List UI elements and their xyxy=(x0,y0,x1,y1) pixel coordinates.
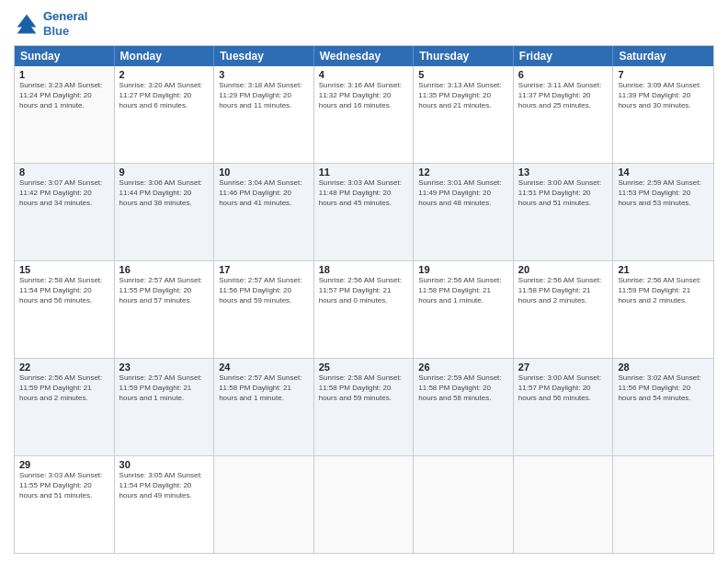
day-info: Sunrise: 2:57 AM Sunset: 11:55 PM Daylig… xyxy=(119,276,210,305)
day-number: 23 xyxy=(119,362,210,373)
calendar-cell: 7Sunrise: 3:09 AM Sunset: 11:39 PM Dayli… xyxy=(613,66,713,163)
calendar-cell: 30Sunrise: 3:05 AM Sunset: 11:54 PM Dayl… xyxy=(115,456,215,553)
calendar-cell: 10Sunrise: 3:04 AM Sunset: 11:46 PM Dayl… xyxy=(214,164,314,260)
day-info: Sunrise: 2:57 AM Sunset: 11:58 PM Daylig… xyxy=(219,373,309,403)
day-info: Sunrise: 3:18 AM Sunset: 11:29 PM Daylig… xyxy=(219,81,309,110)
calendar-cell: 19Sunrise: 2:56 AM Sunset: 11:58 PM Dayl… xyxy=(414,261,514,358)
day-number: 12 xyxy=(418,167,508,178)
calendar-cell: 6Sunrise: 3:11 AM Sunset: 11:37 PM Dayli… xyxy=(514,66,614,163)
calendar-body: 1Sunrise: 3:23 AM Sunset: 11:24 PM Dayli… xyxy=(15,66,713,553)
calendar-page: General Blue SundayMondayTuesdayWednesda… xyxy=(0,0,728,563)
day-info: Sunrise: 3:04 AM Sunset: 11:46 PM Daylig… xyxy=(219,178,309,208)
day-number: 16 xyxy=(119,264,210,275)
calendar-cell xyxy=(414,456,514,553)
svg-marker-1 xyxy=(18,16,35,32)
calendar-cell xyxy=(514,456,614,553)
day-number: 11 xyxy=(319,167,409,178)
day-info: Sunrise: 2:59 AM Sunset: 11:58 PM Daylig… xyxy=(418,373,508,403)
day-number: 19 xyxy=(418,264,508,275)
header-day-wednesday: Wednesday xyxy=(314,46,415,66)
calendar-cell: 29Sunrise: 3:03 AM Sunset: 11:55 PM Dayl… xyxy=(15,456,115,553)
calendar-cell: 24Sunrise: 2:57 AM Sunset: 11:58 PM Dayl… xyxy=(214,359,314,455)
calendar-cell xyxy=(314,456,415,553)
calendar-cell: 27Sunrise: 3:00 AM Sunset: 11:57 PM Dayl… xyxy=(514,359,614,455)
calendar-week-3: 22Sunrise: 2:56 AM Sunset: 11:59 PM Dayl… xyxy=(15,359,713,456)
calendar-week-2: 15Sunrise: 2:58 AM Sunset: 11:54 PM Dayl… xyxy=(15,261,713,359)
day-info: Sunrise: 2:57 AM Sunset: 11:56 PM Daylig… xyxy=(219,276,309,305)
header-day-thursday: Thursday xyxy=(414,46,514,66)
day-info: Sunrise: 3:06 AM Sunset: 11:44 PM Daylig… xyxy=(119,178,210,208)
day-info: Sunrise: 3:03 AM Sunset: 11:48 PM Daylig… xyxy=(319,178,409,208)
day-number: 28 xyxy=(618,362,709,373)
day-info: Sunrise: 3:11 AM Sunset: 11:37 PM Daylig… xyxy=(518,81,609,110)
day-info: Sunrise: 3:23 AM Sunset: 11:24 PM Daylig… xyxy=(19,81,109,110)
calendar-cell: 8Sunrise: 3:07 AM Sunset: 11:42 PM Dayli… xyxy=(15,164,115,260)
header-day-saturday: Saturday xyxy=(613,46,713,66)
day-number: 4 xyxy=(319,69,409,80)
header: General Blue xyxy=(14,9,714,38)
day-number: 27 xyxy=(518,362,609,373)
day-number: 9 xyxy=(119,167,210,178)
calendar-cell: 2Sunrise: 3:20 AM Sunset: 11:27 PM Dayli… xyxy=(115,66,215,163)
day-number: 26 xyxy=(418,362,508,373)
logo-text: General Blue xyxy=(43,9,87,38)
day-info: Sunrise: 3:01 AM Sunset: 11:49 PM Daylig… xyxy=(418,178,508,208)
calendar-cell: 22Sunrise: 2:56 AM Sunset: 11:59 PM Dayl… xyxy=(15,359,115,455)
day-info: Sunrise: 3:16 AM Sunset: 11:32 PM Daylig… xyxy=(319,81,409,110)
day-number: 2 xyxy=(119,69,210,80)
day-info: Sunrise: 2:59 AM Sunset: 11:53 PM Daylig… xyxy=(618,178,709,208)
day-info: Sunrise: 3:20 AM Sunset: 11:27 PM Daylig… xyxy=(119,81,210,110)
logo: General Blue xyxy=(14,9,87,38)
calendar-week-0: 1Sunrise: 3:23 AM Sunset: 11:24 PM Dayli… xyxy=(15,66,713,164)
calendar-cell: 16Sunrise: 2:57 AM Sunset: 11:55 PM Dayl… xyxy=(115,261,215,358)
day-info: Sunrise: 2:56 AM Sunset: 11:57 PM Daylig… xyxy=(319,276,409,305)
day-number: 5 xyxy=(418,69,508,80)
header-day-tuesday: Tuesday xyxy=(214,46,314,66)
calendar-cell: 17Sunrise: 2:57 AM Sunset: 11:56 PM Dayl… xyxy=(214,261,314,358)
day-number: 13 xyxy=(518,167,609,178)
calendar-cell: 9Sunrise: 3:06 AM Sunset: 11:44 PM Dayli… xyxy=(115,164,215,260)
calendar-cell xyxy=(613,456,713,553)
day-info: Sunrise: 3:13 AM Sunset: 11:35 PM Daylig… xyxy=(418,81,508,110)
calendar-cell: 20Sunrise: 2:56 AM Sunset: 11:58 PM Dayl… xyxy=(514,261,614,358)
day-info: Sunrise: 3:02 AM Sunset: 11:56 PM Daylig… xyxy=(618,373,709,403)
day-number: 3 xyxy=(219,69,309,80)
logo-icon xyxy=(14,11,40,37)
day-number: 1 xyxy=(19,69,109,80)
calendar-cell: 4Sunrise: 3:16 AM Sunset: 11:32 PM Dayli… xyxy=(314,66,415,163)
calendar-cell: 15Sunrise: 2:58 AM Sunset: 11:54 PM Dayl… xyxy=(15,261,115,358)
calendar-cell: 23Sunrise: 2:57 AM Sunset: 11:59 PM Dayl… xyxy=(115,359,215,455)
calendar-cell: 14Sunrise: 2:59 AM Sunset: 11:53 PM Dayl… xyxy=(613,164,713,260)
calendar-cell: 1Sunrise: 3:23 AM Sunset: 11:24 PM Dayli… xyxy=(15,66,115,163)
day-number: 22 xyxy=(19,362,109,373)
day-info: Sunrise: 2:56 AM Sunset: 11:59 PM Daylig… xyxy=(19,373,109,403)
calendar-week-4: 29Sunrise: 3:03 AM Sunset: 11:55 PM Dayl… xyxy=(15,456,713,553)
day-info: Sunrise: 2:58 AM Sunset: 11:58 PM Daylig… xyxy=(319,373,409,403)
header-day-sunday: Sunday xyxy=(15,46,115,66)
day-info: Sunrise: 3:00 AM Sunset: 11:57 PM Daylig… xyxy=(518,373,609,403)
calendar-cell: 11Sunrise: 3:03 AM Sunset: 11:48 PM Dayl… xyxy=(314,164,415,260)
day-info: Sunrise: 2:56 AM Sunset: 11:58 PM Daylig… xyxy=(518,276,609,305)
day-number: 17 xyxy=(219,264,309,275)
calendar-cell: 26Sunrise: 2:59 AM Sunset: 11:58 PM Dayl… xyxy=(414,359,514,455)
calendar-week-1: 8Sunrise: 3:07 AM Sunset: 11:42 PM Dayli… xyxy=(15,164,713,261)
day-info: Sunrise: 2:57 AM Sunset: 11:59 PM Daylig… xyxy=(119,373,210,403)
day-number: 24 xyxy=(219,362,309,373)
day-info: Sunrise: 3:03 AM Sunset: 11:55 PM Daylig… xyxy=(19,471,109,500)
calendar-cell: 25Sunrise: 2:58 AM Sunset: 11:58 PM Dayl… xyxy=(314,359,415,455)
day-number: 14 xyxy=(618,167,709,178)
day-info: Sunrise: 2:56 AM Sunset: 11:58 PM Daylig… xyxy=(418,276,508,305)
day-info: Sunrise: 3:05 AM Sunset: 11:54 PM Daylig… xyxy=(119,471,210,500)
day-number: 7 xyxy=(618,69,709,80)
calendar-cell: 12Sunrise: 3:01 AM Sunset: 11:49 PM Dayl… xyxy=(414,164,514,260)
day-number: 6 xyxy=(518,69,609,80)
calendar-cell: 3Sunrise: 3:18 AM Sunset: 11:29 PM Dayli… xyxy=(214,66,314,163)
day-number: 15 xyxy=(19,264,109,275)
calendar: SundayMondayTuesdayWednesdayThursdayFrid… xyxy=(14,45,714,554)
calendar-cell: 18Sunrise: 2:56 AM Sunset: 11:57 PM Dayl… xyxy=(314,261,415,358)
day-number: 20 xyxy=(518,264,609,275)
day-number: 18 xyxy=(319,264,409,275)
day-info: Sunrise: 3:07 AM Sunset: 11:42 PM Daylig… xyxy=(19,178,109,208)
day-info: Sunrise: 3:09 AM Sunset: 11:39 PM Daylig… xyxy=(618,81,709,110)
day-info: Sunrise: 2:58 AM Sunset: 11:54 PM Daylig… xyxy=(19,276,109,305)
